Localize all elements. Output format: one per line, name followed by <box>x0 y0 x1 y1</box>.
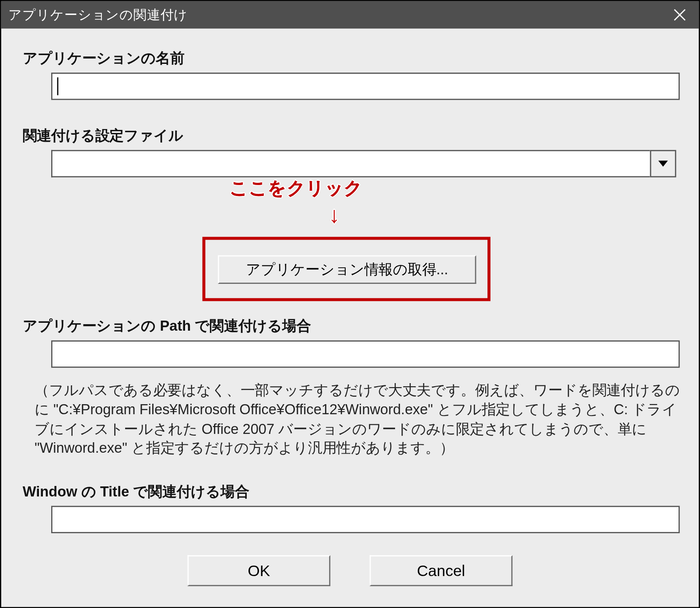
window-title-label: Window の Title で関連付ける場合 <box>23 482 676 501</box>
ok-label: OK <box>248 562 270 580</box>
settings-file-input[interactable] <box>51 150 650 178</box>
close-icon <box>673 8 686 21</box>
down-arrow-icon: ↓ <box>329 203 340 228</box>
window-title: アプリケーションの関連付け <box>8 6 667 24</box>
text-cursor <box>57 77 59 95</box>
cancel-button[interactable]: Cancel <box>370 555 513 586</box>
chevron-down-icon <box>658 161 668 167</box>
titlebar: アプリケーションの関連付け <box>1 1 699 29</box>
dialog-button-bar: OK Cancel <box>1 546 699 607</box>
app-name-input[interactable] <box>51 73 680 100</box>
app-path-input[interactable] <box>51 340 680 368</box>
close-button[interactable] <box>667 3 693 27</box>
app-path-note: （フルパスである必要はなく、一部マッチするだけで大丈夫です。例えば、ワードを関連… <box>35 381 683 458</box>
app-name-label: アプリケーションの名前 <box>23 49 676 68</box>
app-path-label: アプリケーションの Path で関連付ける場合 <box>23 317 676 336</box>
dialog-window: アプリケーションの関連付け ここをクリック ↓ アプリケーションの名前 関連付け… <box>0 0 700 608</box>
annotation-text: ここをクリック <box>230 176 363 201</box>
combobox-dropdown-button[interactable] <box>650 150 676 178</box>
ok-button[interactable]: OK <box>188 555 331 586</box>
window-title-input[interactable] <box>51 506 680 533</box>
settings-file-label: 関連付ける設定ファイル <box>23 126 676 145</box>
cancel-label: Cancel <box>417 562 465 580</box>
get-app-info-label: アプリケーション情報の取得... <box>246 260 448 280</box>
get-app-info-button[interactable]: アプリケーション情報の取得... <box>218 255 476 284</box>
settings-file-combobox[interactable] <box>51 150 676 178</box>
